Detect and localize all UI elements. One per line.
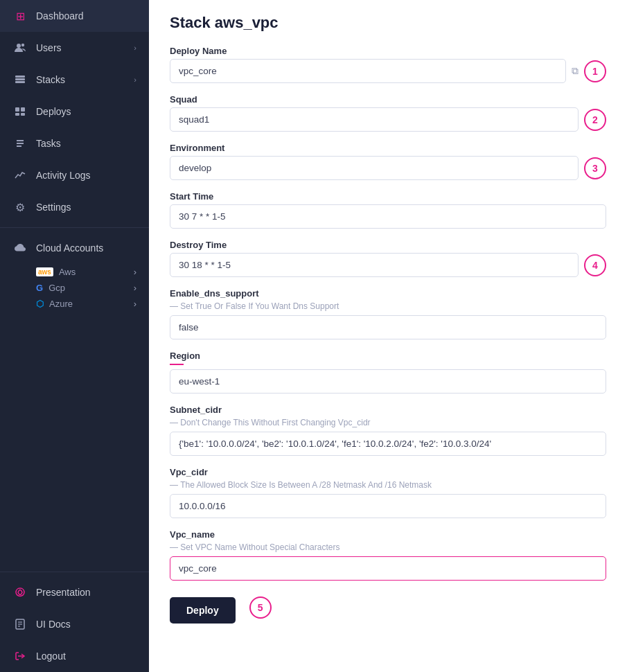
main-content: Stack aws_vpc Deploy Name ⧉ 1 Squad 2 En… — [149, 0, 627, 672]
chevron-right-icon: › — [134, 299, 136, 309]
svg-rect-2 — [15, 81, 25, 83]
copy-icon[interactable]: ⧉ — [572, 65, 579, 77]
chevron-right-icon: › — [134, 44, 136, 52]
field-hint-vpc-cidr: The Allowed Block Size Is Between A /28 … — [170, 480, 606, 490]
step-badge-5: 5 — [249, 596, 272, 619]
sidebar-item-label: Logout — [36, 651, 66, 662]
sidebar-item-cloud-accounts[interactable]: Cloud Accounts — [0, 232, 149, 264]
chevron-right-icon: › — [134, 267, 136, 277]
sidebar-item-stacks[interactable]: Stacks › — [0, 64, 149, 96]
sidebar-item-label: Dashboard — [36, 10, 84, 21]
field-label-vpc-name: Vpc_name — [170, 529, 606, 540]
input-vpc-cidr[interactable] — [170, 494, 606, 518]
sidebar-item-logout[interactable]: Logout — [0, 640, 149, 672]
sidebar-item-label: Activity Logs — [36, 170, 91, 181]
field-label-destroy-time: Destroy Time — [170, 240, 606, 250]
step-badge-3: 3 — [584, 157, 606, 179]
azure-icon: ⬡ — [36, 299, 44, 309]
deploy-row: Deploy 5 — [170, 592, 606, 624]
field-label-region: Region — [170, 351, 606, 361]
aws-label: Aws — [59, 267, 76, 277]
sidebar-item-label: Users — [36, 42, 62, 53]
sidebar-item-ui-docs[interactable]: UI Docs — [0, 608, 149, 640]
tasks-icon — [12, 136, 28, 151]
logout-icon — [12, 648, 28, 664]
sidebar-item-deploys[interactable]: Deploys — [0, 96, 149, 127]
sidebar-divider — [0, 227, 149, 228]
svg-rect-3 — [15, 78, 25, 80]
field-region: Region — [170, 351, 606, 394]
deploy-button[interactable]: Deploy — [170, 597, 236, 624]
field-hint-enable-dns: Set True Or False If You Want Dns Suppor… — [170, 301, 606, 311]
sidebar-item-label: Stacks — [36, 74, 65, 85]
sidebar-item-activity-logs[interactable]: Activity Logs — [0, 159, 149, 191]
chevron-right-icon: › — [134, 76, 136, 84]
input-subnet-cidr[interactable] — [170, 432, 606, 456]
step-badge-2: 2 — [584, 109, 606, 131]
field-destroy-time: Destroy Time 4 — [170, 240, 606, 277]
field-label-vpc-cidr: Vpc_cidr — [170, 467, 606, 477]
sidebar-item-label: Deploys — [36, 106, 71, 117]
field-label-squad: Squad — [170, 94, 606, 105]
settings-icon: ⚙ — [12, 200, 28, 215]
step-badge-1: 1 — [584, 60, 606, 82]
field-label-enable-dns: Enable_dns_support — [170, 288, 606, 299]
stacks-icon — [12, 72, 28, 87]
sidebar-item-aws[interactable]: aws Aws › — [0, 264, 149, 280]
field-label-deploy-name: Deploy Name — [170, 46, 606, 56]
svg-rect-4 — [15, 76, 25, 78]
field-label-environment: Environment — [170, 143, 606, 153]
field-subnet-cidr: Subnet_cidr Don't Change This Without Fi… — [170, 405, 606, 456]
cloud-icon — [12, 240, 28, 256]
sidebar-divider-bottom — [0, 572, 149, 572]
sidebar-item-azure[interactable]: ⬡ Azure › — [0, 296, 149, 312]
field-hint-subnet-cidr: Don't Change This Without First Changing… — [170, 418, 606, 427]
cloud-accounts-label: Cloud Accounts — [36, 242, 103, 254]
svg-rect-7 — [15, 113, 19, 116]
sidebar-item-presentation[interactable]: Presentation — [0, 576, 149, 608]
step-badge-4: 4 — [584, 254, 606, 276]
input-destroy-time[interactable] — [170, 253, 579, 277]
field-vpc-name: Vpc_name Set VPC Name Without Special Ch… — [170, 529, 606, 581]
users-icon — [12, 40, 28, 55]
field-squad: Squad 2 — [170, 94, 606, 132]
field-label-subnet-cidr: Subnet_cidr — [170, 405, 606, 415]
field-start-time: Start Time — [170, 191, 606, 229]
sidebar: ⊞ Dashboard Users › Stacks › Deploys Tas… — [0, 0, 149, 672]
input-enable-dns[interactable] — [170, 315, 606, 339]
sidebar-item-label: Tasks — [36, 138, 61, 149]
field-vpc-cidr: Vpc_cidr The Allowed Block Size Is Betwe… — [170, 467, 606, 518]
sidebar-item-label: Settings — [36, 202, 71, 213]
svg-rect-5 — [15, 107, 19, 112]
activity-logs-icon — [12, 168, 28, 183]
gcp-label: Gcp — [48, 283, 65, 293]
deploys-icon — [12, 104, 28, 119]
input-vpc-name[interactable] — [170, 556, 606, 581]
svg-point-1 — [21, 44, 24, 46]
gcp-icon: G — [36, 283, 43, 293]
dashboard-icon: ⊞ — [12, 8, 28, 24]
presentation-icon — [12, 585, 28, 600]
svg-rect-8 — [21, 113, 25, 116]
aws-icon: aws — [36, 267, 53, 276]
sidebar-item-users[interactable]: Users › — [0, 32, 149, 64]
input-region[interactable] — [170, 369, 606, 394]
sidebar-item-label: UI Docs — [36, 619, 71, 630]
field-label-start-time: Start Time — [170, 191, 606, 202]
field-deploy-name: Deploy Name ⧉ 1 — [170, 46, 606, 83]
sidebar-item-gcp[interactable]: G Gcp › — [0, 280, 149, 296]
ui-docs-icon — [12, 617, 28, 632]
sidebar-item-dashboard[interactable]: ⊞ Dashboard — [0, 0, 149, 32]
field-enable-dns-support: Enable_dns_support Set True Or False If … — [170, 288, 606, 339]
chevron-right-icon: › — [134, 283, 136, 293]
svg-rect-6 — [21, 107, 25, 112]
field-environment: Environment 3 — [170, 143, 606, 180]
input-start-time[interactable] — [170, 204, 606, 229]
sidebar-item-tasks[interactable]: Tasks — [0, 127, 149, 159]
field-hint-vpc-name: Set VPC Name Without Special Characters — [170, 542, 606, 552]
input-environment[interactable] — [170, 156, 579, 180]
sidebar-item-settings[interactable]: ⚙ Settings — [0, 191, 149, 223]
input-squad[interactable] — [170, 107, 579, 132]
input-deploy-name[interactable] — [170, 59, 566, 83]
azure-label: Azure — [49, 299, 73, 309]
